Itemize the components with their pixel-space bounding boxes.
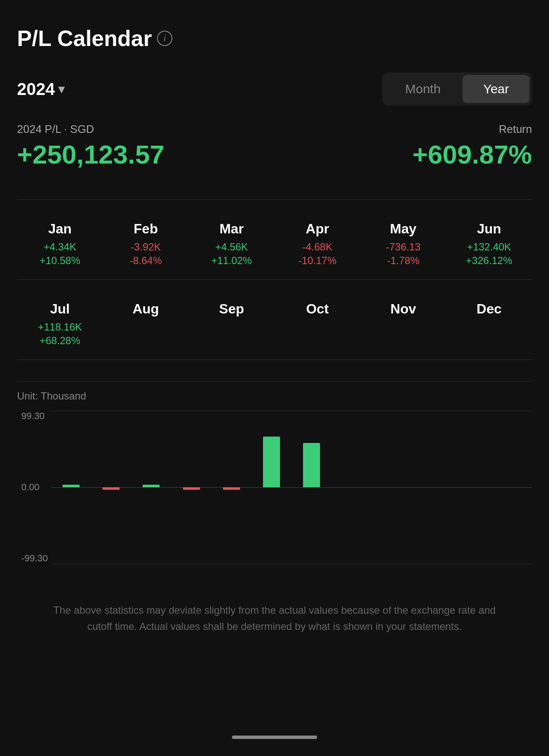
grid-line-bot bbox=[51, 564, 532, 564]
month-cell-aug[interactable]: Aug bbox=[103, 293, 189, 355]
month-cell-jan[interactable]: Jan +4.34K +10.58% bbox=[17, 213, 103, 275]
bar-mar bbox=[131, 411, 171, 564]
month-name: Jun bbox=[450, 221, 528, 237]
month-cell-jul[interactable]: Jul +118.16K +68.28% bbox=[17, 293, 103, 355]
y-label-top: 99.30 bbox=[21, 411, 47, 422]
month-name: May bbox=[365, 221, 442, 237]
bar-area-feb bbox=[103, 411, 120, 564]
bar-area-dec bbox=[503, 411, 520, 564]
month-name: Jul bbox=[21, 301, 99, 317]
month-cell-may[interactable]: May -736.13 -1.78% bbox=[360, 213, 446, 275]
bar-area-aug bbox=[343, 411, 360, 564]
month-pl: +118.16K bbox=[21, 321, 99, 333]
chart-container: 99.30 0.00 -99.30 bbox=[17, 411, 532, 564]
bar-area-mar bbox=[143, 411, 160, 564]
y-axis-labels: 99.30 0.00 -99.30 bbox=[17, 411, 51, 564]
year-toggle-button[interactable]: Year bbox=[463, 75, 529, 103]
month-toggle-button[interactable]: Month bbox=[385, 75, 461, 103]
month-pct: -8.64% bbox=[107, 255, 185, 267]
month-pl: -736.13 bbox=[365, 241, 442, 253]
divider-bottom bbox=[17, 359, 532, 360]
divider-mid bbox=[17, 279, 532, 280]
return-value: +609.87% bbox=[412, 139, 532, 170]
bar-area-may bbox=[223, 411, 240, 564]
chart-section: Unit: Thousand 99.30 0.00 -99.30 bbox=[17, 381, 532, 564]
view-toggle-group: Month Year bbox=[382, 72, 532, 106]
month-pct: +10.58% bbox=[21, 255, 99, 267]
bar-feb bbox=[91, 411, 131, 564]
pl-left: 2024 P/L · SGD +250,123.57 bbox=[17, 123, 165, 170]
bar-area-jun bbox=[263, 411, 280, 564]
bottom-bar bbox=[17, 719, 532, 739]
year-caret-icon: ▾ bbox=[58, 82, 64, 96]
chart-inner: 99.30 0.00 -99.30 bbox=[17, 411, 532, 564]
month-cell-dec[interactable]: Dec bbox=[446, 293, 532, 355]
bar-aug bbox=[332, 411, 372, 564]
bar-area-nov bbox=[463, 411, 480, 564]
bar-jun bbox=[252, 411, 292, 564]
month-name: Apr bbox=[279, 221, 356, 237]
month-name: Mar bbox=[193, 221, 270, 237]
month-pct: +68.28% bbox=[21, 335, 99, 347]
bar-area-apr bbox=[183, 411, 200, 564]
bar-jan bbox=[51, 411, 91, 564]
pl-summary: 2024 P/L · SGD +250,123.57 Return +609.8… bbox=[17, 123, 532, 182]
bar-area-oct bbox=[423, 411, 440, 564]
calendar-grid-row1: Jan +4.34K +10.58% Feb -3.92K -8.64% Mar… bbox=[17, 213, 532, 275]
disclaimer-text: The above statistics may deviate slightl… bbox=[17, 589, 532, 648]
month-pl: -4.68K bbox=[279, 241, 356, 253]
divider-top bbox=[17, 199, 532, 200]
tiny-red-bar bbox=[103, 487, 120, 490]
month-cell-oct[interactable]: Oct bbox=[274, 293, 360, 355]
calendar-grid-row2: Jul +118.16K +68.28% Aug Sep Oct Nov Dec bbox=[17, 293, 532, 355]
pl-right: Return +609.87% bbox=[412, 123, 532, 170]
bar-area-sep bbox=[383, 411, 400, 564]
bar-jul bbox=[292, 411, 332, 564]
year-label: 2024 bbox=[17, 80, 55, 99]
month-pct: -1.78% bbox=[365, 255, 442, 267]
pl-value: +250,123.57 bbox=[17, 139, 165, 170]
month-name: Feb bbox=[107, 221, 185, 237]
bar-oct bbox=[412, 411, 452, 564]
y-label-mid: 0.00 bbox=[21, 482, 47, 493]
month-pct: +11.02% bbox=[193, 255, 270, 267]
pl-label: 2024 P/L · SGD bbox=[17, 123, 165, 136]
month-pct: -10.17% bbox=[279, 255, 356, 267]
year-selector[interactable]: 2024 ▾ bbox=[17, 80, 64, 99]
month-pl: +132.40K bbox=[450, 241, 528, 253]
month-pl: -3.92K bbox=[107, 241, 185, 253]
month-name: Oct bbox=[279, 301, 356, 317]
chart-area bbox=[51, 411, 532, 564]
month-pct: +326.12% bbox=[450, 255, 528, 267]
month-name: Nov bbox=[365, 301, 442, 317]
tiny-red-bar bbox=[223, 487, 240, 490]
month-cell-mar[interactable]: Mar +4.56K +11.02% bbox=[189, 213, 274, 275]
large-green-bar bbox=[263, 437, 280, 487]
month-cell-nov[interactable]: Nov bbox=[360, 293, 446, 355]
large-green-bar bbox=[303, 443, 320, 487]
info-icon[interactable]: i bbox=[157, 31, 172, 46]
month-pl: +4.34K bbox=[21, 241, 99, 253]
bars-container bbox=[51, 411, 532, 564]
page-title: P/L Calendar bbox=[17, 26, 152, 51]
month-pl: +4.56K bbox=[193, 241, 270, 253]
month-name: Sep bbox=[193, 301, 270, 317]
bar-may bbox=[212, 411, 252, 564]
bar-area-jan bbox=[63, 411, 80, 564]
return-label: Return bbox=[412, 123, 532, 136]
controls-row: 2024 ▾ Month Year bbox=[17, 72, 532, 106]
tiny-green-bar bbox=[63, 485, 80, 487]
page-header: P/L Calendar i bbox=[17, 26, 532, 51]
y-label-bot: -99.30 bbox=[21, 553, 47, 564]
month-name: Dec bbox=[450, 301, 528, 317]
bar-apr bbox=[172, 411, 212, 564]
month-cell-apr[interactable]: Apr -4.68K -10.17% bbox=[274, 213, 360, 275]
bar-sep bbox=[372, 411, 412, 564]
bar-nov bbox=[452, 411, 492, 564]
month-name: Aug bbox=[107, 301, 185, 317]
month-cell-feb[interactable]: Feb -3.92K -8.64% bbox=[103, 213, 189, 275]
month-cell-jun[interactable]: Jun +132.40K +326.12% bbox=[446, 213, 532, 275]
bar-area-jul bbox=[303, 411, 320, 564]
month-cell-sep[interactable]: Sep bbox=[189, 293, 274, 355]
month-name: Jan bbox=[21, 221, 99, 237]
